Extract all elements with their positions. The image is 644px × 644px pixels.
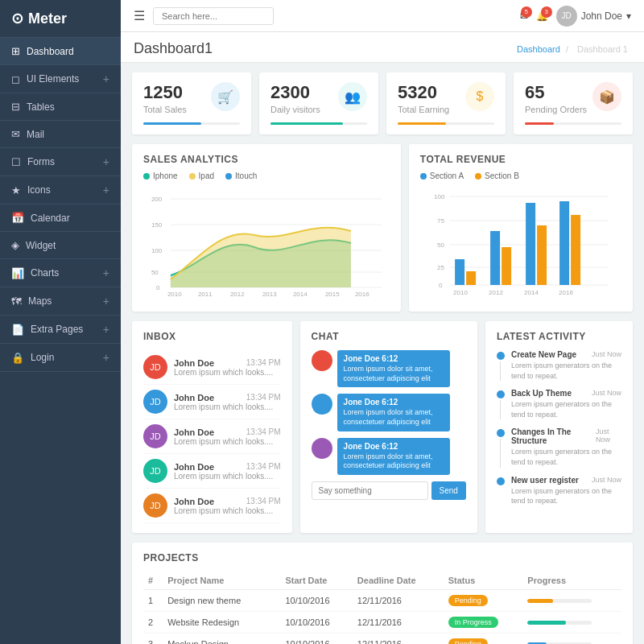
activity-item-time: Just Now [596,427,621,445]
sidebar-item-forms[interactable]: ☐ Forms + [0,148,121,176]
svg-text:2014: 2014 [293,291,308,298]
project-progress [522,634,621,645]
status-badge: Pending [448,638,488,644]
project-progress [522,612,621,634]
sidebar-label: Widget [26,240,56,251]
sidebar-item-mail[interactable]: ✉ Mail [0,121,121,148]
activity-item-time: Just Now [592,350,621,359]
sidebar-item-tables[interactable]: ⊟ Tables [0,93,121,121]
sidebar-item-ui-elements[interactable]: ◻ UI Elements + [0,65,121,93]
sidebar-icon: ✉ [11,128,20,140]
inbox-item[interactable]: JD John Doe 13:34 PM Lorem ipsum which l… [143,385,281,419]
inbox-item[interactable]: JD John Doe 13:34 PM Lorem ipsum which l… [143,454,281,489]
breadcrumb-link[interactable]: Dashboard [517,44,560,54]
status-badge: Pending [448,595,488,606]
project-num: 2 [143,612,163,634]
breadcrumb-separator: / [566,44,571,54]
project-status: Pending [444,634,523,645]
sidebar-icon: 🔒 [11,352,24,364]
projects-tbody: 1 Design new theme 10/10/2016 12/11/2016… [143,590,621,645]
sidebar-item-widget[interactable]: ◈ Widget [0,232,121,259]
stat-icon: $ [465,82,494,111]
sales-chart-title: SALES ANALYTICS [143,154,390,165]
sidebar-item-dashboard[interactable]: ⊞ Dashboard [0,38,121,65]
inbox-name: John Doe [174,497,214,506]
svg-text:75: 75 [437,217,444,225]
sidebar-icon: 📊 [11,267,24,279]
svg-rect-28 [466,271,476,285]
sidebar-icon: ⊟ [11,101,20,113]
expand-icon: + [103,155,109,168]
chat-send-button[interactable]: Send [431,481,466,500]
stat-card-2: 5320 Total Earning $ [386,72,506,134]
sidebar-label: Maps [28,295,52,307]
projects-col-header: Project Name [163,572,280,590]
inbox-card: INBOX JD John Doe 13:34 PM Lorem ipsum w… [132,321,292,533]
sidebar-item-calendar[interactable]: 📅 Calendar [0,204,121,232]
project-num: 3 [143,634,163,645]
activity-item-title: New user register [511,476,579,485]
activity-card: LATEST ACTIVITY Create New Page Just Now… [485,321,633,533]
project-deadline: 12/11/2016 [353,590,444,612]
inbox-name: John Doe [174,393,214,402]
sidebar-item-charts[interactable]: 📊 Charts + [0,259,121,287]
stat-label: Daily visitors [270,105,320,114]
sidebar-item-extra-pages[interactable]: 📄 Extra Pages + [0,316,121,344]
svg-text:2010: 2010 [453,289,468,296]
sidebar-item-icons[interactable]: ★ Icons + [0,176,121,204]
user-menu[interactable]: JD John Doe ▾ [556,6,631,27]
logo-icon: ⊙ [11,10,23,27]
hamburger-button[interactable]: ☰ [134,8,145,23]
chat-bubble: Jone Doe 6:12 Lorem ipsum dolor sit amet… [337,394,450,431]
svg-text:100: 100 [434,193,445,200]
main-content: ☰ ✉ 5 🔔 3 JD John Doe ▾ Dashboard1 Dashb… [121,0,644,644]
chat-input[interactable] [312,481,428,500]
legend-ipad: Ipad [189,171,214,180]
projects-card: PROJECTS #Project NameStart DateDeadline… [132,543,633,644]
stat-number: 1250 [143,82,187,103]
svg-text:50: 50 [151,269,159,276]
chat-message: Jone Doe 6:12 Lorem ipsum dolor sit amet… [312,438,466,475]
sidebar-item-maps[interactable]: 🗺 Maps + [0,287,121,316]
svg-text:2016: 2016 [355,291,369,298]
inbox-time: 13:34 PM [246,462,281,472]
project-deadline: 12/11/2016 [353,612,444,634]
svg-text:2010: 2010 [167,291,182,298]
svg-text:2011: 2011 [198,291,213,298]
legend-section-a: Section A [420,171,464,180]
inbox-text: Lorem ipsum which looks.... [174,506,281,515]
project-name: Design new theme [163,590,280,612]
legend-dot-section-b [475,173,481,180]
svg-text:150: 150 [151,221,163,229]
svg-text:2014: 2014 [524,289,539,296]
mail-notification[interactable]: ✉ 5 [520,10,528,22]
sidebar-label: Extra Pages [31,324,83,335]
mail-badge: 5 [521,6,532,18]
sidebar-item-login[interactable]: 🔒 Login + [0,344,121,372]
chat-sender: Jone Doe 6:12 [344,354,444,363]
bell-notification[interactable]: 🔔 3 [536,10,548,22]
stat-number: 5320 [398,82,449,103]
sidebar-icon: ★ [11,184,21,196]
revenue-chart-legend: Section A Section B [420,171,621,180]
inbox-text: Lorem ipsum which looks.... [174,472,281,481]
svg-rect-33 [559,201,569,285]
activity-item-title: Create New Page [511,350,576,359]
stat-label: Pending Orders [525,105,587,114]
sidebar-icon: 📅 [11,212,24,224]
search-input[interactable] [153,7,274,25]
inbox-item[interactable]: JD John Doe 13:34 PM Lorem ipsum which l… [143,419,281,454]
sidebar-label: Dashboard [27,46,74,57]
inbox-item[interactable]: JD John Doe 13:34 PM Lorem ipsum which l… [143,350,281,385]
sidebar-icon: ◻ [11,73,20,85]
chat-text: Lorem ipsum dolor sit amet, consectetuer… [344,452,444,471]
chat-sender: Jone Doe 6:12 [344,398,444,407]
inbox-name: John Doe [174,358,214,368]
activity-dot [497,429,505,437]
sidebar-icon: ⊞ [11,45,20,57]
inbox-item[interactable]: JD John Doe 13:34 PM Lorem ipsum which l… [143,489,281,523]
sidebar-icon: 🗺 [11,295,22,308]
table-row: 1 Design new theme 10/10/2016 12/11/2016… [143,590,621,612]
project-progress [522,590,621,612]
stat-bar-fill [525,122,554,125]
